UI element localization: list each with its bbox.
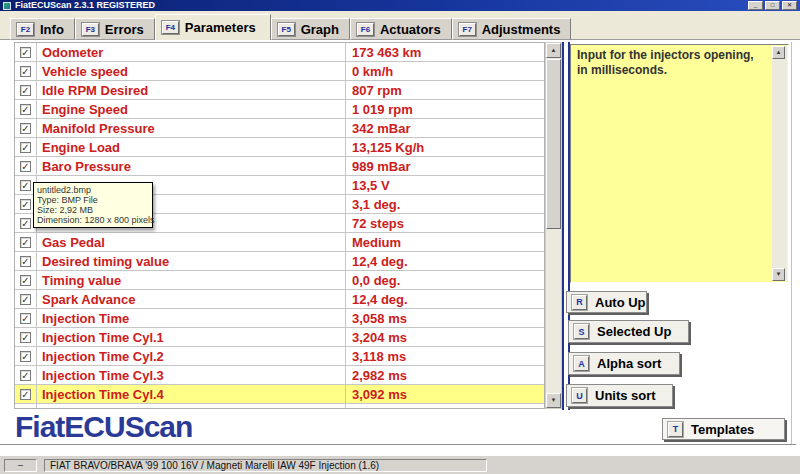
collapse-button[interactable]: – [4, 459, 37, 472]
help-scroll-up-icon[interactable]: ▲ [772, 46, 785, 59]
side-button-label: Selected Up [597, 324, 671, 339]
tooltip-dimension: Dimension: 1280 x 800 pixels [37, 215, 149, 225]
parameter-checkbox[interactable]: ✓ [20, 237, 31, 248]
checkbox-cell: ✓ [15, 366, 37, 384]
auto-up-button[interactable]: R Auto Up [566, 291, 647, 313]
parameter-value: 342 mBar [346, 119, 544, 137]
parameter-value: 12,4 deg. [346, 290, 544, 308]
parameter-value: 0 km/h [346, 62, 544, 80]
parameter-checkbox[interactable]: ✓ [20, 199, 31, 210]
tab-errors[interactable]: F3 Errors [75, 18, 155, 40]
parameter-row[interactable]: ✓ Engine Speed 1 019 rpm [15, 100, 544, 119]
vehicle-status-text: FIAT BRAVO/BRAVA '99 100 16V / Magneti M… [44, 459, 487, 472]
checkbox-cell: ✓ [15, 385, 37, 403]
parameter-row[interactable]: ✓ Desired timing value 12,4 deg. [15, 252, 544, 271]
parameter-row[interactable]: ✓ Knock Sensor Signal Cyl.1 V [15, 404, 544, 409]
parameter-checkbox[interactable]: ✓ [20, 180, 31, 191]
app-window: FiatECUScan 2.3.1 REGISTERED _ □ ✕ F2 In… [0, 0, 800, 474]
parameter-value: 3,092 ms [346, 385, 544, 403]
parameter-checkbox[interactable]: ✓ [20, 218, 31, 229]
content-area: ✓ Odometer 173 463 km ✓ Vehicle speed 0 … [0, 40, 800, 446]
parameter-checkbox[interactable]: ✓ [20, 351, 31, 362]
parameter-label: Injection Time Cyl.1 [37, 328, 346, 346]
scroll-up-icon[interactable]: ▲ [546, 43, 561, 58]
parameter-checkbox[interactable]: ✓ [20, 332, 31, 343]
tabbar: F2 Info F3 Errors F4 Parameters F5 Graph… [10, 14, 571, 40]
help-scroll-down-icon[interactable]: ▼ [772, 268, 785, 281]
tab-parameters[interactable]: F4 Parameters [155, 14, 271, 40]
parameter-row[interactable]: ✓ Injection Time Cyl.3 2,982 ms [15, 366, 544, 385]
parameter-checkbox[interactable]: ✓ [20, 370, 31, 381]
tab-key-badge: F3 [82, 23, 99, 36]
checkbox-cell: ✓ [15, 347, 37, 365]
parameter-value: 13,5 V [346, 176, 544, 194]
parameter-checkbox[interactable]: ✓ [20, 256, 31, 267]
parameter-row[interactable]: ✓ Timing value 0,0 deg. [15, 271, 544, 290]
tab-key-badge: F5 [278, 23, 295, 36]
parameter-row[interactable]: ✓ Spark Advance 12,4 deg. [15, 290, 544, 309]
parameter-value: 989 mBar [346, 157, 544, 175]
parameter-label: Vehicle speed [37, 62, 346, 80]
parameter-row[interactable]: ✓ Engine Load 13,125 Kg/h [15, 138, 544, 157]
scrollbar-thumb[interactable] [546, 59, 561, 229]
checkbox-cell: ✓ [15, 252, 37, 270]
selected-up-button[interactable]: S Selected Up [568, 320, 689, 343]
parameter-scrollbar[interactable]: ▲ ▼ [545, 42, 562, 409]
scroll-down-icon[interactable]: ▼ [546, 393, 561, 408]
parameter-checkbox[interactable]: ✓ [20, 142, 31, 153]
tab-info[interactable]: F2 Info [10, 18, 75, 40]
parameter-row[interactable]: ✓ Injection Time Cyl.4 3,092 ms [15, 385, 544, 404]
checkbox-cell: ✓ [15, 62, 37, 80]
alpha-sort-button[interactable]: A Alpha sort [568, 352, 680, 375]
checkbox-cell: ✓ [15, 233, 37, 251]
close-button[interactable]: ✕ [782, 1, 797, 10]
parameter-checkbox[interactable]: ✓ [20, 294, 31, 305]
parameter-checkbox[interactable]: ✓ [20, 123, 31, 134]
parameter-checkbox[interactable]: ✓ [20, 85, 31, 96]
tab-actuators[interactable]: F6 Actuators [350, 18, 452, 40]
minimize-button[interactable]: _ [748, 1, 763, 10]
parameter-row[interactable]: ✓ Manifold Pressure 342 mBar [15, 119, 544, 138]
tooltip-type: Type: BMP File [37, 195, 149, 205]
templates-button[interactable]: T Templates [662, 418, 785, 440]
parameter-checkbox[interactable]: ✓ [20, 104, 31, 115]
tooltip-filename: untitled2.bmp [37, 185, 149, 195]
parameter-label: Idle RPM Desired [37, 81, 346, 99]
status-bar: – FIAT BRAVO/BRAVA '99 100 16V / Magneti… [0, 455, 800, 474]
parameter-row[interactable]: ✓ Vehicle speed 0 km/h [15, 62, 544, 81]
parameter-row[interactable]: ✓ Injection Time Cyl.2 3,118 ms [15, 347, 544, 366]
parameter-label: Injection Time [37, 309, 346, 327]
maximize-button[interactable]: □ [765, 1, 780, 10]
parameter-row[interactable]: ✓ Gas Pedal Medium [15, 233, 544, 252]
window-controls: _ □ ✕ [748, 1, 797, 10]
checkbox-cell: ✓ [15, 290, 37, 308]
parameter-label: Spark Advance [37, 290, 346, 308]
parameter-value: Medium [346, 233, 544, 251]
parameter-value: 13,125 Kg/h [346, 138, 544, 156]
parameter-row[interactable]: ✓ Idle RPM Desired 807 rpm [15, 81, 544, 100]
parameter-label: Injection Time Cyl.2 [37, 347, 346, 365]
parameter-checkbox[interactable]: ✓ [20, 47, 31, 58]
tab-label: Errors [105, 22, 144, 37]
tab-adjustments[interactable]: F7 Adjustments [452, 18, 572, 40]
parameter-checkbox[interactable]: ✓ [20, 313, 31, 324]
tooltip-size: Size: 2,92 MB [37, 205, 149, 215]
parameter-label: Engine Load [37, 138, 346, 156]
parameter-checkbox[interactable]: ✓ [20, 161, 31, 172]
parameter-row[interactable]: ✓ Odometer 173 463 km [15, 43, 544, 62]
parameter-checkbox[interactable]: ✓ [20, 389, 31, 400]
parameter-checkbox[interactable]: ✓ [20, 275, 31, 286]
parameter-row[interactable]: ✓ Injection Time Cyl.1 3,204 ms [15, 328, 544, 347]
checkbox-cell: ✓ [15, 81, 37, 99]
help-scrollbar[interactable]: ▲ ▼ [772, 46, 787, 281]
units-sort-button[interactable]: U Units sort [566, 384, 673, 407]
parameter-checkbox[interactable]: ✓ [20, 66, 31, 77]
side-button-key-badge: U [572, 388, 587, 403]
parameter-row[interactable]: ✓ Baro Pressure 989 mBar [15, 157, 544, 176]
tab-key-badge: F6 [357, 23, 374, 36]
parameter-checkbox[interactable]: ✓ [20, 408, 31, 410]
parameter-value: 3,1 deg. [346, 195, 544, 213]
tab-label: Graph [301, 22, 339, 37]
tab-graph[interactable]: F5 Graph [271, 18, 350, 40]
parameter-row[interactable]: ✓ Injection Time 3,058 ms [15, 309, 544, 328]
